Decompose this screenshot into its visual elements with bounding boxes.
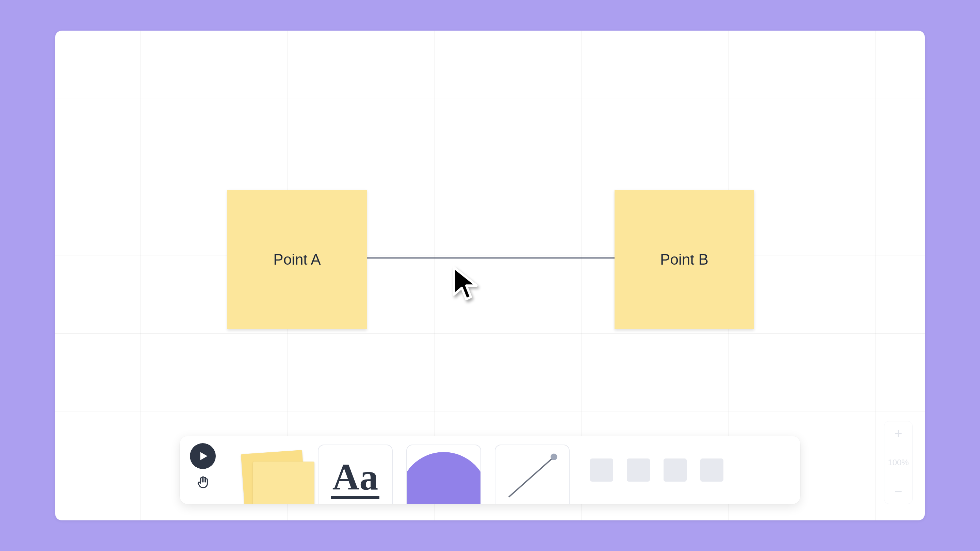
zoom-control: + 100% − xyxy=(884,421,913,504)
tool-placeholder[interactable] xyxy=(663,459,687,482)
hand-tool-button[interactable] xyxy=(195,474,211,490)
svg-line-0 xyxy=(509,457,554,497)
zoom-out-button[interactable]: − xyxy=(894,485,902,498)
svg-point-1 xyxy=(550,454,557,460)
bottom-toolbar: Aa xyxy=(180,436,800,504)
sticky-stack-icon xyxy=(253,462,314,504)
connector-line[interactable] xyxy=(367,257,614,259)
select-tool-button[interactable] xyxy=(190,443,216,469)
toolbar-extra-slots xyxy=(590,436,724,504)
tool-placeholder[interactable] xyxy=(700,459,724,482)
shape-tool[interactable] xyxy=(406,445,481,504)
tool-placeholder[interactable] xyxy=(627,459,650,482)
zoom-level[interactable]: 100% xyxy=(888,458,908,467)
sticky-note-b[interactable]: Point B xyxy=(614,190,754,329)
connector-tool-icon xyxy=(495,445,569,504)
cursor-icon xyxy=(452,265,479,302)
text-tool[interactable]: Aa xyxy=(318,445,393,504)
tool-placeholder[interactable] xyxy=(590,459,613,482)
whiteboard-canvas[interactable]: Point A Point B xyxy=(55,30,925,520)
sticky-note-a-label: Point A xyxy=(273,251,321,268)
connector-tool[interactable] xyxy=(495,445,570,504)
text-tool-icon: Aa xyxy=(318,445,392,504)
zoom-in-button[interactable]: + xyxy=(894,427,902,440)
sticky-note-tool[interactable] xyxy=(229,445,304,504)
sticky-note-b-label: Point B xyxy=(660,251,708,268)
sticky-note-a[interactable]: Point A xyxy=(227,190,367,329)
circle-shape-icon xyxy=(406,452,481,504)
